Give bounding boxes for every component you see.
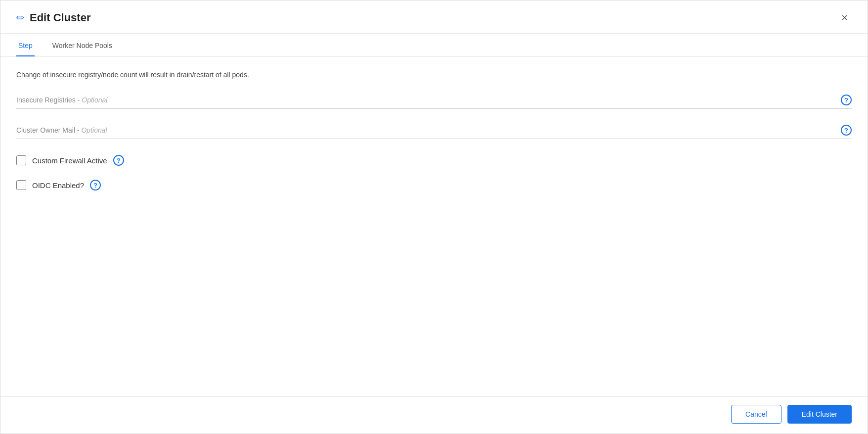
cancel-button[interactable]: Cancel bbox=[731, 405, 781, 424]
insecure-registries-field: Insecure Registries - Optional ? bbox=[16, 95, 852, 109]
oidc-enabled-checkbox[interactable] bbox=[16, 180, 26, 190]
cluster-owner-mail-field: Cluster Owner Mail - Optional ? bbox=[16, 125, 852, 139]
dialog-body: Change of insecure registry/node count w… bbox=[0, 57, 868, 396]
cluster-owner-mail-help-icon[interactable]: ? bbox=[841, 125, 852, 136]
edit-icon: ✏ bbox=[16, 12, 25, 24]
cluster-owner-mail-label: Cluster Owner Mail - Optional bbox=[16, 126, 841, 134]
dialog-footer: Cancel Edit Cluster bbox=[0, 396, 868, 434]
custom-firewall-active-help-icon[interactable]: ? bbox=[113, 155, 124, 166]
insecure-registries-help-icon[interactable]: ? bbox=[841, 95, 852, 105]
title-area: ✏ Edit Cluster bbox=[16, 11, 90, 24]
dialog-header: ✏ Edit Cluster × bbox=[0, 0, 868, 34]
oidc-enabled-row: OIDC Enabled? ? bbox=[16, 180, 852, 191]
oidc-enabled-label: OIDC Enabled? bbox=[32, 181, 84, 190]
custom-firewall-active-row: Custom Firewall Active ? bbox=[16, 155, 852, 166]
edit-cluster-button[interactable]: Edit Cluster bbox=[787, 405, 852, 424]
info-text: Change of insecure registry/node count w… bbox=[16, 71, 852, 79]
edit-cluster-dialog: ✏ Edit Cluster × Step Worker Node Pools … bbox=[0, 0, 868, 434]
insecure-registries-label: Insecure Registries - Optional bbox=[16, 96, 841, 104]
tabs-bar: Step Worker Node Pools bbox=[0, 36, 868, 57]
close-button[interactable]: × bbox=[837, 10, 852, 25]
tab-step[interactable]: Step bbox=[16, 36, 35, 56]
oidc-enabled-help-icon[interactable]: ? bbox=[90, 180, 101, 191]
custom-firewall-active-label: Custom Firewall Active bbox=[32, 156, 107, 165]
tab-worker-node-pools[interactable]: Worker Node Pools bbox=[50, 36, 114, 56]
custom-firewall-active-checkbox[interactable] bbox=[16, 155, 26, 165]
dialog-title: Edit Cluster bbox=[30, 11, 90, 24]
